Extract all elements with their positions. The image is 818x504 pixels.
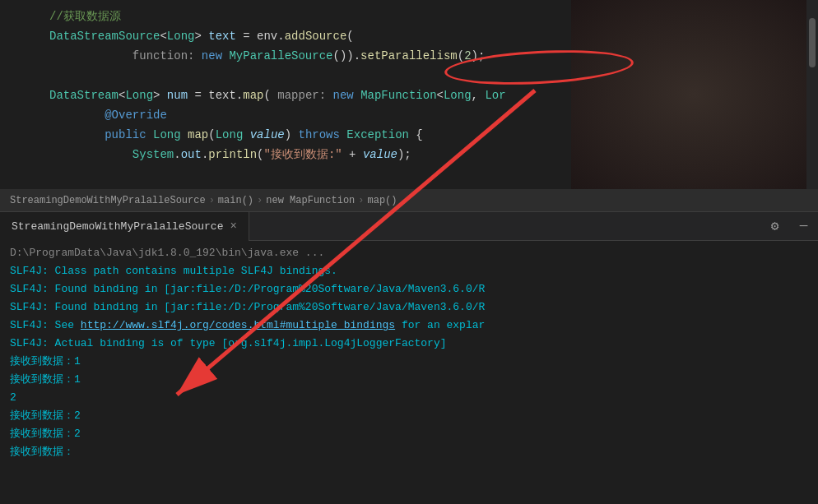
var-text: text (208, 30, 236, 43)
out: out (181, 148, 202, 161)
kw-new2: new (333, 89, 361, 102)
console-line-0: D:\ProgramData\Java\jdk1.8.0_192\bin\jav… (0, 244, 818, 262)
type-Long: Long (167, 30, 195, 43)
tab-label: StreamingDemoWithMyPralalleSource (12, 220, 223, 233)
call: ()). (332, 49, 360, 62)
console-line-1: SLF4J: Class path contains multiple SLF4… (0, 262, 818, 280)
paren3: ( (264, 89, 271, 102)
dot1: . (174, 148, 180, 161)
console-text-1: SLF4J: Class path contains multiple SLF4… (10, 265, 337, 277)
plus: + (342, 148, 363, 161)
comment-text: //获取数据源 (49, 10, 121, 23)
console-text-6: 接收到数据：1 (10, 355, 81, 368)
breadcrumb-file: StreamingDemoWithMyPralalleSource (10, 195, 206, 206)
breadcrumb-sep3: › (358, 195, 364, 206)
space2 (160, 89, 166, 102)
param-value2: value (363, 148, 397, 161)
code-lines: //获取数据源 DataStreamSource<Long> text = en… (0, 7, 818, 164)
console-line-5: SLF4J: Actual binding is of type [org.sl… (0, 335, 818, 353)
breadcrumb-bar: StreamingDemoWithMyPralalleSource › main… (0, 189, 818, 212)
console-line-6: 接收到数据：1 (0, 353, 818, 371)
annotation-override: @Override (105, 109, 167, 122)
breadcrumb-method1: main() (218, 195, 253, 206)
main-layout: //获取数据源 DataStreamSource<Long> text = en… (0, 0, 818, 504)
eq2: = text. (188, 89, 243, 102)
tab-main[interactable]: StreamingDemoWithMyPralalleSource × (0, 212, 249, 241)
code-line-8: System.out.println("接收到数据:" + value); (49, 145, 818, 164)
breadcrumb-sep2: › (257, 195, 263, 206)
console-text-9: 接收到数据：2 (10, 409, 81, 422)
param-value: value (250, 128, 285, 141)
fn-map2: map (188, 128, 208, 141)
console-line-11: 接收到数据： (0, 443, 818, 461)
console-text-10: 接收到数据：2 (10, 428, 81, 440)
str-start: ( (257, 148, 263, 161)
type-Lor: Lor (485, 89, 505, 102)
mapper-label: mapper: (271, 89, 333, 102)
console-line-10: 接收到数据：2 (0, 425, 818, 443)
console-text-4b: for an explar (395, 319, 485, 331)
fn-addSource: addSource (285, 30, 347, 43)
console-text-7: 接收到数据：1 (10, 373, 81, 386)
kw-new: new (202, 49, 230, 62)
code-line-1: //获取数据源 (49, 7, 818, 26)
type-DataStreamSource: DataStreamSource (49, 30, 160, 43)
fn-println: println (208, 148, 257, 161)
console-text-0: D:\ProgramData\Java\jdk1.8.0_192\bin\jav… (10, 247, 324, 259)
str-end: ); (397, 148, 411, 161)
generic2: > (194, 30, 201, 43)
minimize-button[interactable]: — (789, 212, 818, 241)
code-line-7: public Long map(Long value) throws Excep… (49, 125, 818, 145)
str-content: "接收到数据:" (264, 148, 342, 161)
console-text-8: 2 (10, 391, 16, 404)
breadcrumb-class: new MapFunction (266, 195, 355, 206)
code-line-2: DataStreamSource<Long> text = env.addSou… (49, 26, 818, 46)
generic1: < (160, 30, 166, 43)
indent6 (49, 109, 105, 122)
console-line-3: SLF4J: Found binding in [jar:file:/D:/Pr… (0, 298, 818, 317)
console-text-3: SLF4J: Found binding in [jar:file:/D:/Pr… (10, 301, 485, 313)
throws: ) (285, 128, 299, 141)
tab-close-button[interactable]: × (230, 220, 236, 233)
fn-map: map (243, 89, 263, 102)
type-MyParalleSource: MyParalleSource (229, 49, 332, 62)
kw-throws: throws (299, 128, 347, 141)
console-text-4a: SLF4J: See (10, 319, 81, 331)
type-Exception: Exception (346, 128, 409, 141)
console-text-11: 接收到数据： (10, 446, 74, 458)
console-line-9: 接收到数据：2 (0, 407, 818, 425)
code-line-3: function: new MyParalleSource()).setPara… (49, 46, 818, 66)
param-label: function: (132, 49, 202, 62)
indent8 (49, 148, 132, 161)
console-section: D:\ProgramData\Java\jdk1.8.0_192\bin\jav… (0, 241, 818, 504)
type-DataStream: DataStream (49, 89, 119, 102)
fn-setParallelism: setParallelism (360, 49, 458, 62)
space (202, 30, 208, 43)
gen5: < (437, 89, 444, 102)
breadcrumb-sep1: › (209, 195, 215, 206)
console-text-2: SLF4J: Found binding in [jar:file:/D:/Pr… (10, 283, 485, 295)
console-text-5: SLF4J: Actual binding is of type [org.sl… (10, 337, 447, 349)
paren: ( (346, 30, 353, 43)
code-line-6: @Override (49, 105, 818, 125)
console-line-2: SLF4J: Found binding in [jar:file:/D:/Pr… (0, 280, 818, 298)
slf4j-link[interactable]: http://www.slf4j.org/codes.html#multiple… (81, 319, 395, 331)
type-MapFunction: MapFunction (360, 89, 436, 102)
space3 (243, 128, 249, 141)
code-line-5: DataStream<Long> num = text.map( mapper:… (49, 86, 818, 105)
breadcrumb-method2: map() (368, 195, 397, 206)
console-line-8: 2 (0, 389, 818, 407)
var-num: num (167, 89, 188, 102)
type-Long4: Long (153, 128, 188, 141)
gear-button[interactable]: ⚙ (760, 212, 789, 241)
type-Long3: Long (444, 89, 472, 102)
indent3 (49, 49, 132, 62)
type-Long5: Long (216, 128, 244, 141)
eq: = env. (236, 30, 285, 43)
brace: { (409, 128, 423, 141)
console-line-4: SLF4J: See http://www.slf4j.org/codes.ht… (0, 317, 818, 335)
type-System: System (132, 148, 174, 161)
kw-public: public (105, 128, 153, 141)
paren4: ( (208, 128, 215, 141)
tab-bar: StreamingDemoWithMyPralalleSource × ⚙ — (0, 212, 818, 241)
